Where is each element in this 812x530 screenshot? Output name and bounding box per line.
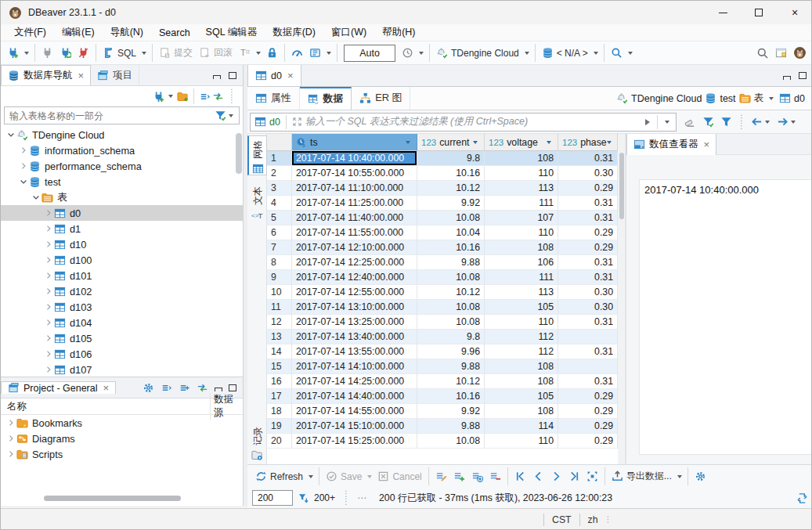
cell-2-current[interactable]: 10.16 — [417, 166, 485, 181]
project-hscrollbar[interactable] — [44, 496, 181, 501]
cell-13-voltage[interactable]: 112 — [485, 330, 558, 344]
cell-6-ts[interactable]: 2017-07-14 11:55:00.000 — [292, 225, 417, 240]
cell-11-current[interactable]: 10.08 — [417, 300, 485, 315]
chevron-right-icon[interactable] — [43, 349, 54, 359]
chevron-right-icon[interactable] — [43, 255, 54, 265]
subtab-属性[interactable]: 属性 — [247, 87, 300, 110]
lock-button[interactable] — [263, 45, 281, 61]
menu-帮助(H)[interactable]: 帮助(H) — [375, 24, 422, 41]
cell-2-phase[interactable]: 0.30 — [558, 166, 618, 181]
filter-history-icon[interactable] — [665, 121, 669, 124]
cell-3-current[interactable]: 10.12 — [417, 181, 485, 196]
cell-19-ts[interactable]: 2017-07-14 15:10:00.000 — [292, 419, 417, 434]
row-number-4[interactable]: 4 — [267, 196, 292, 211]
cell-16-voltage[interactable]: 108 — [485, 374, 558, 389]
cell-9-phase[interactable]: 0.31 — [558, 270, 618, 285]
cell-12-ts[interactable]: 2017-07-14 13:25:00.000 — [292, 315, 417, 330]
view-menu-icon[interactable]: ⋮⋮ — [228, 88, 236, 104]
cell-17-current[interactable]: 10.16 — [417, 389, 485, 404]
tree-item-d104[interactable]: d104 — [1, 315, 243, 330]
row-number-6[interactable]: 6 — [267, 225, 292, 240]
cell-9-ts[interactable]: 2017-07-14 12:40:00.000 — [292, 270, 417, 285]
tree-item-d0[interactable]: d0 — [1, 205, 243, 221]
gear-icon[interactable] — [143, 382, 154, 394]
< N/A >-button[interactable]: < N/A > — [539, 45, 591, 61]
cell-4-ts[interactable]: 2017-07-14 11:25:00.000 — [292, 196, 417, 211]
copy-status-icon[interactable] — [796, 492, 808, 504]
cell-14-phase[interactable]: 0.31 — [558, 344, 618, 359]
save-filter-icon[interactable] — [702, 116, 714, 128]
chevron-down-icon[interactable] — [18, 177, 29, 186]
cell-20-voltage[interactable]: 110 — [485, 434, 558, 449]
TDengine Cloud-button[interactable]: TDengine Cloud — [433, 45, 522, 61]
column-filter-icon[interactable] — [473, 141, 478, 144]
chevron-down-icon[interactable] — [142, 52, 146, 55]
cell-6-voltage[interactable]: 110 — [485, 225, 558, 240]
cancel-button[interactable]: Cancel — [374, 468, 424, 485]
cell-12-current[interactable]: 10.08 — [417, 315, 485, 330]
column-header-current[interactable]: 123current — [417, 134, 485, 151]
cell-14-current[interactable]: 9.96 — [417, 344, 485, 359]
refresh-button[interactable]: Refresh — [252, 468, 306, 485]
cell-8-phase[interactable]: 0.31 — [558, 255, 618, 270]
chevron-right-icon[interactable] — [43, 318, 54, 327]
cell-8-current[interactable]: 9.88 — [417, 255, 485, 270]
project-item-Bookmarks[interactable]: Bookmarks — [1, 415, 243, 431]
cell-12-phase[interactable]: 0.31 — [558, 315, 618, 330]
row-number-5[interactable]: 5 — [267, 211, 292, 225]
close-icon[interactable]: × — [287, 70, 294, 81]
breadcrumb-表[interactable]: 表 — [739, 92, 777, 105]
cell-5-current[interactable]: 10.08 — [417, 211, 485, 225]
tree-item-d10[interactable]: d10 — [1, 236, 243, 252]
cell-8-voltage[interactable]: 106 — [485, 255, 558, 270]
cell-14-ts[interactable]: 2017-07-14 13:55:00.000 — [292, 344, 417, 359]
timezone-indicator[interactable]: CST — [552, 514, 572, 525]
cell-5-ts[interactable]: 2017-07-14 11:40:00.000 — [292, 211, 417, 225]
menu-数据库(D)[interactable]: 数据库(D) — [265, 24, 323, 41]
row-number-20[interactable]: 20 — [267, 434, 292, 449]
fetch-all-button[interactable] — [583, 468, 601, 485]
delete-row-button[interactable] — [486, 468, 504, 485]
tree-item-d1[interactable]: d1 — [1, 221, 243, 236]
cell-8-ts[interactable]: 2017-07-14 12:25:00.000 — [292, 255, 417, 270]
language-indicator[interactable]: zh — [588, 514, 598, 525]
grid-scrollbar[interactable] — [618, 134, 626, 464]
chevron-down-icon[interactable] — [791, 121, 796, 124]
cell-13-phase[interactable] — [558, 330, 618, 344]
tree-item-test[interactable]: test — [1, 174, 243, 189]
expand-filter-icon[interactable] — [292, 117, 302, 127]
save-button[interactable]: Save — [323, 468, 365, 485]
cell-19-voltage[interactable]: 114 — [485, 419, 558, 434]
tree-item-d106[interactable]: d106 — [1, 346, 243, 362]
subtab-数据[interactable]: 数据 — [300, 87, 352, 110]
cell-14-voltage[interactable]: 112 — [485, 344, 558, 359]
cell-5-voltage[interactable]: 107 — [485, 211, 558, 225]
plug-refresh-button[interactable] — [56, 45, 74, 61]
row-number-8[interactable]: 8 — [267, 255, 292, 270]
next-page-button[interactable] — [547, 468, 565, 485]
result-settings-button[interactable] — [691, 468, 709, 485]
chevron-right-icon[interactable] — [18, 161, 29, 171]
cell-15-current[interactable]: 9.88 — [417, 359, 485, 374]
cell-17-phase[interactable]: 0.29 — [558, 389, 618, 404]
link-with-editor-icon[interactable] — [197, 382, 208, 394]
collapse-all-icon[interactable] — [161, 382, 172, 394]
menu-导航(N)[interactable]: 导航(N) — [103, 24, 150, 41]
tree-item-d101[interactable]: d101 — [1, 268, 243, 283]
editor-minimize-icon[interactable] — [783, 76, 791, 80]
chevron-right-icon[interactable] — [5, 418, 16, 427]
navigator-scrollbar[interactable] — [236, 133, 242, 174]
cell-10-current[interactable]: 10.12 — [417, 285, 485, 300]
chevron-right-icon[interactable] — [43, 208, 54, 218]
clear-filter-icon[interactable] — [684, 116, 696, 128]
chevron-right-icon[interactable] — [43, 271, 54, 280]
gauge-button[interactable] — [288, 45, 306, 61]
new-folder-icon[interactable] — [177, 91, 189, 103]
cell-4-voltage[interactable]: 111 — [485, 196, 558, 211]
cell-19-phase[interactable]: 0.29 — [558, 419, 618, 434]
cell-7-voltage[interactable]: 108 — [485, 240, 558, 255]
tab-value-viewer[interactable]: 数值查看器 × — [626, 134, 716, 155]
cell-18-voltage[interactable]: 108 — [485, 404, 558, 419]
panel-maximize-icon[interactable] — [229, 72, 236, 79]
chevron-right-icon[interactable] — [43, 287, 54, 296]
